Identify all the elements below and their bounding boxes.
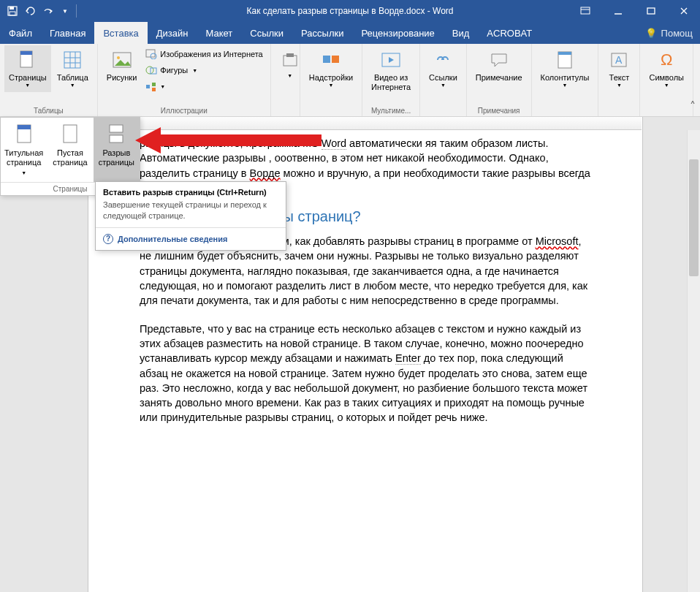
group-label: Иллюстрации <box>102 105 266 116</box>
group-header: Колонтитулы ▼ <box>532 44 599 116</box>
horizontal-ruler[interactable] <box>88 117 642 130</box>
pictures-button[interactable]: Рисунки <box>102 45 142 86</box>
tab-design[interactable]: Дизайн <box>148 22 197 44</box>
collapse-ribbon-icon[interactable]: ˄ <box>690 99 696 113</box>
tooltip-more-link[interactable]: ? Дополнительные сведения <box>96 228 286 250</box>
ribbon: Страницы ▼ Таблица ▼ Таблицы Рисунки Изо… <box>0 44 700 117</box>
svg-rect-22 <box>146 85 150 88</box>
group-links: Ссылки ▼ <box>420 44 467 116</box>
group-addins: Надстройки ▼ <box>300 44 362 116</box>
scrollbar-thumb[interactable] <box>689 159 699 276</box>
omega-icon: Ω <box>655 48 678 72</box>
help-label: Помощ <box>661 28 693 39</box>
ribbon-tabs: Файл Главная Вставка Дизайн Макет Ссылки… <box>0 22 700 44</box>
svg-rect-27 <box>323 56 330 63</box>
chevron-down-icon: ▼ <box>617 83 622 88</box>
pages-icon <box>16 48 39 72</box>
title-bar: ▼ Как сделать разрыв страницы в Ворде.do… <box>0 0 700 22</box>
symbols-button[interactable]: Ω Символы ▼ <box>644 45 688 92</box>
tab-view[interactable]: Вид <box>444 22 479 44</box>
maximize-icon[interactable] <box>634 0 667 22</box>
shapes-icon <box>145 64 157 76</box>
svg-rect-37 <box>18 125 31 129</box>
table-button[interactable]: Таблица ▼ <box>53 45 93 92</box>
group-label: Примечания <box>471 105 527 116</box>
links-button[interactable]: Ссылки ▼ <box>425 45 462 92</box>
smartart-icon <box>145 80 157 92</box>
pages-button[interactable]: Страницы ▼ <box>4 45 51 92</box>
group-label <box>536 113 594 116</box>
svg-rect-38 <box>64 125 77 143</box>
undo-icon[interactable] <box>23 4 37 18</box>
cover-page-icon <box>12 122 36 145</box>
group-label <box>425 113 462 116</box>
chevron-down-icon: ▼ <box>441 83 446 88</box>
lightbulb-icon: 💡 <box>645 28 657 39</box>
tab-home[interactable]: Главная <box>41 22 94 44</box>
svg-rect-11 <box>64 52 80 68</box>
svg-rect-6 <box>647 8 655 14</box>
tab-mailings[interactable]: Рассылки <box>292 22 352 44</box>
tell-me[interactable]: 💡 Помощ <box>645 28 700 39</box>
addins-button[interactable]: Надстройки ▼ <box>305 45 357 92</box>
svg-rect-2 <box>9 12 15 15</box>
tab-file[interactable]: Файл <box>0 22 41 44</box>
svg-rect-25 <box>284 56 297 66</box>
svg-text:A: A <box>615 54 623 66</box>
tab-acrobat[interactable]: ACROBAT <box>478 22 541 44</box>
page-break-item[interactable]: Разрыв страницы <box>94 118 140 182</box>
vertical-scrollbar[interactable] <box>687 130 700 592</box>
chevron-down-icon: ▼ <box>25 83 30 88</box>
video-icon <box>379 48 403 72</box>
online-picture-icon <box>145 48 157 60</box>
tab-references[interactable]: Ссылки <box>241 22 292 44</box>
redo-icon[interactable] <box>41 4 54 18</box>
group-text: A Текст ▼ <box>598 44 640 116</box>
chevron-down-icon: ▼ <box>328 83 333 88</box>
tooltip-description: Завершение текущей страницы и переход к … <box>96 200 286 227</box>
close-icon[interactable] <box>667 0 700 22</box>
table-icon <box>61 48 84 72</box>
tab-insert[interactable]: Вставка <box>94 22 147 44</box>
text-button[interactable]: A Текст ▼ <box>603 45 635 92</box>
comment-button[interactable]: Примечание <box>471 45 527 86</box>
picture-icon <box>110 48 134 72</box>
svg-rect-3 <box>581 7 590 14</box>
svg-rect-39 <box>110 125 123 132</box>
header-icon <box>553 48 577 72</box>
doc-paragraph: Представьте, что у вас на странице есть … <box>140 322 591 425</box>
ribbon-display-icon[interactable] <box>568 0 601 22</box>
save-icon[interactable] <box>6 4 19 18</box>
window-controls <box>568 0 700 22</box>
group-label: Мультиме... <box>367 105 415 116</box>
more-illustrations-button[interactable]: ▼ <box>142 79 265 94</box>
svg-point-17 <box>117 56 120 59</box>
svg-rect-1 <box>9 7 14 10</box>
quick-access-toolbar: ▼ <box>0 4 83 18</box>
online-video-button[interactable]: Видео из Интернета <box>367 45 415 95</box>
link-icon <box>431 48 454 72</box>
tab-review[interactable]: Рецензирование <box>352 22 443 44</box>
qat-dropdown-icon[interactable]: ▼ <box>58 4 72 18</box>
tab-layout[interactable]: Макет <box>197 22 241 44</box>
group-symbols: Ω Символы ▼ <box>640 44 693 116</box>
separator <box>76 4 77 18</box>
cover-page-item[interactable]: Титульная страница ▼ <box>1 118 47 182</box>
group-apps: ▼ <box>271 44 300 116</box>
shapes-button[interactable]: Фигуры▼ <box>142 63 265 77</box>
page-break-icon <box>104 122 128 145</box>
chevron-down-icon: ▼ <box>664 83 669 88</box>
group-comments: Примечание Примечания <box>467 44 532 116</box>
svg-rect-24 <box>152 88 156 91</box>
online-pictures-button[interactable]: Изображения из Интернета <box>142 47 265 61</box>
group-pages-tables: Страницы ▼ Таблица ▼ Таблицы <box>0 44 98 116</box>
tooltip-title: Вставить разрыв страницы (Ctrl+Return) <box>96 182 286 200</box>
chevron-down-icon: ▼ <box>70 83 75 88</box>
svg-rect-23 <box>152 83 156 86</box>
minimize-icon[interactable] <box>601 0 634 22</box>
svg-rect-26 <box>286 53 294 57</box>
blank-page-item[interactable]: Пустая страница <box>47 118 93 182</box>
header-footer-button[interactable]: Колонтитулы ▼ <box>536 45 594 92</box>
page-break-tooltip: Вставить разрыв страницы (Ctrl+Return) З… <box>95 181 286 251</box>
chevron-down-icon: ▼ <box>563 83 568 88</box>
